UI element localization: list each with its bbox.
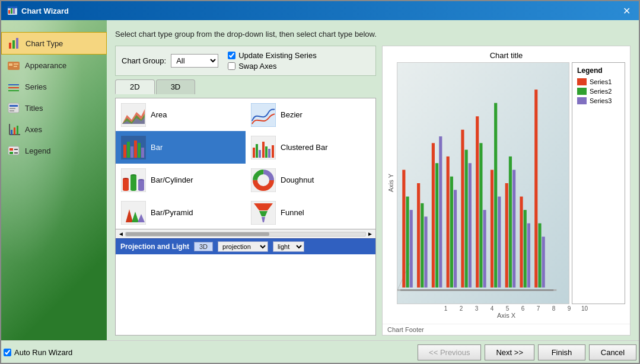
projection-section-label: Projection and Light [120, 242, 189, 251]
update-existing-check[interactable] [228, 52, 235, 59]
svg-rect-80 [421, 203, 424, 288]
svg-rect-77 [406, 197, 409, 288]
nav-item-legend[interactable]: Legend [1, 140, 107, 161]
series1-swatch [577, 78, 587, 85]
chart-type-bar[interactable]: Bar [116, 131, 246, 164]
nav-item-axes[interactable]: Axes [1, 119, 107, 140]
appearance-icon [7, 59, 20, 72]
chart-type-area[interactable]: Area [116, 98, 246, 131]
svg-rect-105 [542, 237, 545, 288]
bottom-buttons: << Previous Next >> Finish Cancel [418, 344, 636, 360]
axes-icon [7, 123, 20, 136]
svg-rect-21 [11, 130, 12, 135]
chart-type-funnel[interactable]: Funnel [246, 196, 375, 229]
swap-axes-check[interactable] [228, 62, 235, 70]
close-button[interactable]: ✕ [620, 5, 633, 17]
tab-3d[interactable]: 3D [156, 79, 196, 94]
nav-series-label: Series [25, 82, 47, 91]
auto-run-label: Auto Run Wizard [14, 348, 72, 357]
light-select[interactable]: light dark none [273, 241, 304, 252]
svg-rect-16 [9, 105, 18, 107]
nav-item-series[interactable]: Series [1, 76, 107, 97]
finish-button[interactable]: Finish [538, 344, 585, 360]
scroll-left-arrow[interactable]: ◄ [117, 231, 125, 237]
chart-type-bezier[interactable]: Bezier [246, 98, 375, 131]
svg-rect-92 [479, 143, 482, 288]
x-axis-labels: 1 2 3 4 5 6 7 8 9 10 [421, 305, 593, 312]
chart-type-bar-pyramid[interactable]: Bar/Pyramid [116, 196, 246, 229]
nav-axes-label: Axes [25, 125, 42, 134]
next-button[interactable]: Next >> [485, 344, 534, 360]
svg-point-63 [259, 176, 268, 184]
svg-point-55 [130, 189, 136, 191]
chart-type-clustered-bar[interactable]: Clustered Bar [246, 131, 375, 164]
chart-group-select[interactable]: All [171, 54, 218, 68]
svg-rect-85 [447, 157, 450, 288]
svg-rect-87 [454, 190, 457, 288]
scrollbar-track[interactable] [125, 232, 366, 237]
svg-rect-2 [11, 8, 12, 14]
chart-inner: Chart title Axis Y [383, 46, 630, 324]
main-content: Chart Type Appearance [1, 20, 639, 340]
svg-rect-79 [417, 183, 420, 288]
svg-rect-39 [138, 143, 141, 158]
series2-swatch [577, 88, 587, 95]
x-label-8: 8 [546, 305, 562, 312]
auto-run-check[interactable] [4, 349, 11, 356]
svg-rect-57 [138, 180, 144, 190]
svg-rect-27 [9, 152, 13, 154]
svg-rect-103 [534, 90, 537, 288]
update-existing-row: Update Existing Series [228, 51, 317, 60]
svg-rect-78 [410, 210, 413, 288]
svg-rect-35 [123, 145, 126, 158]
chart-select-panel: Chart Group: All Update Existing Series [115, 46, 376, 336]
funnel-thumbnail [251, 201, 276, 225]
chart-group-label: Chart Group: [122, 56, 166, 65]
chart-body: Axis Y [387, 62, 625, 304]
chart-type-doughnut[interactable]: Doughnut [246, 164, 375, 196]
bar-cylinder-label: Bar/Cylinder [151, 175, 193, 184]
chart-legend: Legend Series1 Series2 [572, 62, 625, 304]
clustered-bar-label: Clustered Bar [281, 143, 327, 152]
svg-rect-46 [265, 146, 268, 158]
nav-item-chart-type[interactable]: Chart Type [1, 32, 107, 55]
projection-select[interactable]: projection orthogonal perspective [218, 241, 268, 252]
svg-rect-99 [512, 170, 515, 287]
svg-rect-25 [9, 148, 13, 151]
nav-panel: Chart Type Appearance [1, 20, 107, 340]
svg-rect-102 [527, 223, 530, 288]
cancel-button[interactable]: Cancel [589, 344, 636, 360]
tab-2d[interactable]: 2D [115, 79, 155, 94]
nav-item-appearance[interactable]: Appearance [1, 55, 107, 76]
svg-rect-17 [9, 108, 15, 109]
projection-3d-badge: 3D [194, 242, 213, 251]
chart-type-bar-cylinder[interactable]: Bar/Cylinder [116, 164, 246, 196]
series-icon [7, 80, 20, 93]
svg-rect-84 [439, 136, 442, 288]
chart-svg [397, 63, 569, 304]
legend-icon [7, 144, 20, 157]
chart-preview-title: Chart title [387, 51, 625, 60]
area-thumbnail [121, 103, 146, 127]
svg-rect-97 [505, 183, 508, 288]
previous-button[interactable]: << Previous [418, 344, 481, 360]
svg-rect-101 [524, 210, 527, 288]
x-label-4: 4 [485, 305, 500, 312]
left-panel: Chart Type Appearance [1, 20, 107, 340]
svg-rect-38 [134, 141, 137, 158]
horizontal-scrollbar[interactable]: ◄ ► [116, 229, 375, 238]
auto-run-row: Auto Run Wizard [4, 348, 72, 357]
scroll-right-arrow[interactable]: ► [366, 231, 374, 237]
chart-types-area: Area Bezier [115, 98, 376, 336]
svg-rect-5 [9, 43, 11, 49]
svg-rect-89 [465, 150, 468, 288]
y-axis-label: Axis Y [387, 62, 394, 304]
svg-rect-10 [14, 63, 18, 65]
scrollbar-thumb[interactable] [126, 232, 270, 236]
area-label: Area [151, 110, 167, 119]
nav-item-titles[interactable]: Titles [1, 97, 107, 119]
svg-rect-18 [9, 110, 14, 111]
svg-rect-26 [14, 149, 18, 150]
svg-rect-48 [272, 145, 274, 158]
svg-rect-22 [14, 127, 15, 135]
